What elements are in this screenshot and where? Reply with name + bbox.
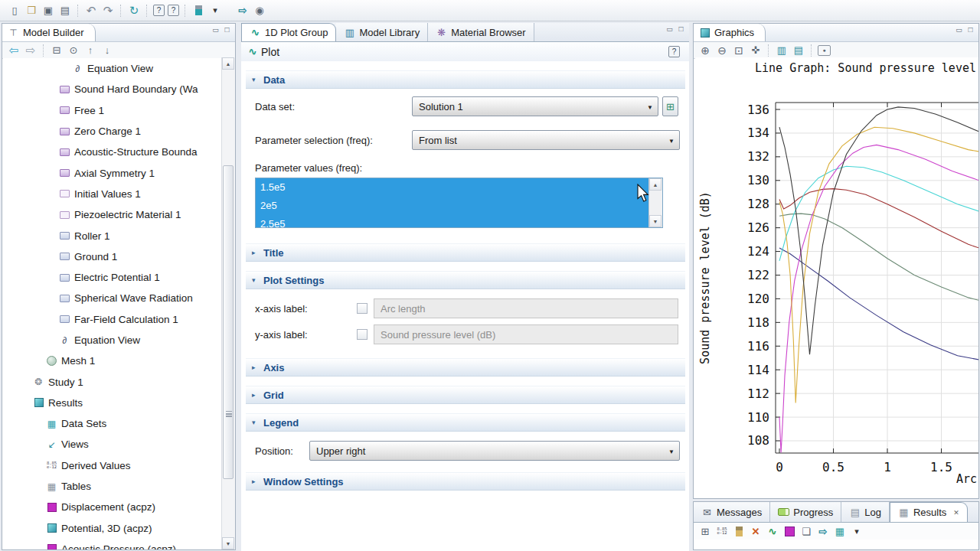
list-scroll-down[interactable]: ▼ — [649, 215, 662, 227]
tab-results[interactable]: Results✕ — [890, 502, 968, 522]
plot-line-icon[interactable] — [766, 524, 779, 538]
zoom-out-icon[interactable] — [715, 44, 729, 57]
section-data[interactable]: ▾ Data — [246, 70, 685, 89]
graphics-tab[interactable]: Graphics — [694, 24, 766, 41]
list-scroll-up[interactable]: ▲ — [649, 178, 662, 191]
tree-item-equation-view[interactable]: Equation View — [3, 330, 222, 350]
section-window-settings[interactable]: ▸ Window Settings — [246, 472, 685, 491]
export-table-icon[interactable] — [816, 524, 830, 538]
snapshot-icon[interactable] — [818, 45, 831, 56]
brush-icon[interactable] — [191, 4, 205, 18]
tree-item-data-sets[interactable]: Data Sets — [3, 413, 222, 434]
move-up-icon[interactable] — [83, 44, 97, 57]
tab-material-browser[interactable]: Material Browser — [428, 23, 534, 41]
tree-item-electric-potential-1[interactable]: Electric Potential 1 — [3, 267, 222, 288]
tree-item-zero-charge-1[interactable]: Zero Charge 1 — [3, 121, 222, 142]
tree-item-views[interactable]: Views — [3, 434, 222, 455]
tree-item-acoustic-structure-bounda[interactable]: Acoustic-Structure Bounda — [3, 142, 222, 162]
tab-1d-plot-group[interactable]: 1D Plot Group — [241, 23, 336, 41]
scrollbar-thumb[interactable] — [223, 165, 234, 479]
dataset-plot-button[interactable] — [662, 96, 678, 116]
tree-item-displacement-acpz[interactable]: Displacement (acpz) — [3, 497, 222, 517]
tab-progress[interactable]: Progress — [770, 502, 841, 522]
zoom-in-icon[interactable] — [698, 44, 712, 57]
back-icon[interactable] — [7, 44, 21, 57]
help-docs-icon[interactable] — [168, 5, 179, 16]
dataset-dropdown[interactable]: Solution 1 — [412, 96, 658, 116]
forward-icon[interactable] — [24, 44, 38, 57]
table-calc-icon[interactable] — [698, 524, 712, 538]
move-down-icon[interactable] — [100, 44, 114, 57]
caret-down-icon[interactable] — [208, 4, 222, 18]
tree-item-study-1[interactable]: Study 1 — [3, 371, 222, 392]
tree-item-equation-view[interactable]: Equation View — [3, 58, 222, 79]
param-values-listbox[interactable]: 1.5e52e52.5e5 ▲ ▼ — [255, 178, 663, 228]
param-value-1-5e5[interactable]: 1.5e5 — [256, 178, 662, 197]
tree-item-axial-symmetry-1[interactable]: Axial Symmetry 1 — [3, 162, 222, 183]
minimize-icon[interactable] — [954, 24, 964, 34]
zoom-extents-icon[interactable] — [749, 44, 763, 57]
y-grid-lines-icon[interactable] — [775, 44, 789, 57]
plot-canvas[interactable]: 1361341321301281261241221201181161141121… — [695, 57, 978, 498]
tree-item-sound-hard-boundary-wa[interactable]: Sound Hard Boundary (Wa — [3, 79, 222, 99]
section-plot-settings[interactable]: ▾ Plot Settings — [246, 271, 685, 289]
tree-item-far-field-calculation-1[interactable]: Far-Field Calculation 1 — [3, 309, 222, 330]
help-computer-icon[interactable] — [668, 46, 680, 57]
yaxis-checkbox[interactable] — [357, 329, 368, 340]
xaxis-input[interactable] — [374, 298, 678, 318]
close-tab-icon[interactable]: ✕ — [953, 509, 959, 517]
tab-model-library[interactable]: Model Library — [336, 23, 428, 41]
tree-item-ground-1[interactable]: Ground 1 — [3, 246, 222, 267]
tree-item-potential-3d-acpz[interactable]: Potential, 3D (acpz) — [3, 518, 222, 539]
tree-item-free-1[interactable]: Free 1 — [3, 100, 222, 121]
tree-item-derived-values[interactable]: Derived Values — [3, 455, 222, 476]
undo-icon[interactable] — [84, 4, 98, 18]
refresh-solution-icon[interactable] — [127, 4, 141, 18]
tree-item-results[interactable]: Results — [3, 393, 222, 413]
derived-e0-icon[interactable] — [715, 524, 729, 538]
tab-log[interactable]: Log — [841, 502, 890, 522]
scroll-up-button[interactable]: ▲ — [222, 57, 234, 70]
maximize-icon[interactable] — [676, 24, 686, 34]
xaxis-checkbox[interactable] — [357, 303, 368, 314]
clear-broom-icon[interactable] — [732, 524, 746, 538]
scroll-down-button[interactable]: ▼ — [222, 537, 234, 549]
show-options-icon[interactable] — [67, 44, 80, 57]
redo-icon[interactable] — [101, 4, 115, 18]
zoom-box-icon[interactable] — [732, 44, 746, 57]
delete-x-icon[interactable] — [749, 524, 763, 538]
param-value-2-5e5[interactable]: 2.5e5 — [256, 215, 662, 228]
print-icon[interactable] — [58, 4, 72, 18]
caret-down-icon[interactable] — [850, 524, 864, 538]
legend-position-dropdown[interactable]: Upper right — [309, 441, 680, 461]
table-grid-icon[interactable] — [833, 524, 847, 538]
section-axis[interactable]: ▸ Axis — [246, 358, 685, 377]
tree-item-mesh-1[interactable]: Mesh 1 — [3, 350, 222, 371]
yaxis-input[interactable] — [374, 324, 678, 344]
collapse-all-icon[interactable] — [50, 44, 64, 57]
tree-item-acoustic-pressure-acpz[interactable]: Acoustic Pressure (acpz) — [3, 539, 222, 549]
param-selection-dropdown[interactable]: From list — [412, 130, 680, 150]
help-icon[interactable] — [153, 5, 165, 16]
tree-item-initial-values-1[interactable]: Initial Values 1 — [3, 184, 222, 204]
tree-item-roller-1[interactable]: Roller 1 — [3, 225, 222, 246]
record-movie-icon[interactable] — [253, 4, 266, 18]
minimize-icon[interactable] — [211, 24, 220, 34]
new-file-icon[interactable] — [8, 4, 21, 18]
copy-icon[interactable] — [799, 524, 813, 538]
color-swatch-icon[interactable] — [782, 524, 796, 538]
maximize-icon[interactable] — [965, 24, 975, 34]
tree-item-piezoelectric-material-1[interactable]: Piezoelectric Material 1 — [3, 204, 222, 225]
model-builder-tab[interactable]: Model Builder — [2, 24, 96, 41]
tree-item-tables[interactable]: Tables — [3, 476, 222, 497]
section-legend[interactable]: ▾ Legend — [246, 413, 685, 432]
tree-item-spherical-wave-radiation[interactable]: Spherical Wave Radiation — [3, 288, 222, 308]
minimize-icon[interactable] — [665, 24, 675, 34]
export-model-icon[interactable] — [236, 4, 250, 18]
param-value-2e5[interactable]: 2e5 — [256, 197, 662, 215]
tab-messages[interactable]: Messages — [694, 502, 770, 522]
maximize-icon[interactable] — [222, 24, 232, 34]
section-grid[interactable]: ▸ Grid — [246, 386, 685, 404]
section-title[interactable]: ▸ Title — [246, 243, 685, 262]
save-file-icon[interactable] — [41, 4, 55, 18]
